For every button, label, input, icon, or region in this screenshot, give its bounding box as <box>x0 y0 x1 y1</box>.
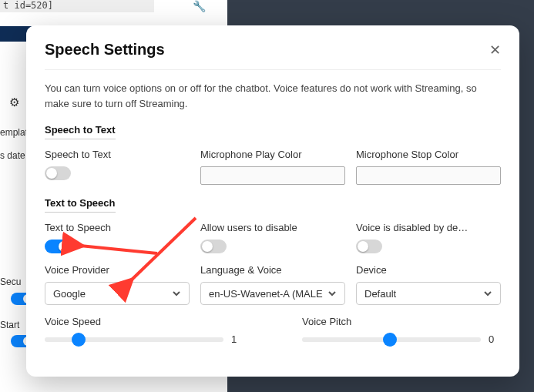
row-stt: Speech to Text Microphone Play Color Mic… <box>45 149 501 185</box>
row-tts-toggles: Text to Speech Allow users to disable Vo… <box>45 222 501 253</box>
field-voice-pitch: Voice Pitch 0 <box>302 316 501 345</box>
toggle-allow-disable[interactable] <box>200 240 227 253</box>
close-button[interactable]: ✕ <box>489 43 501 57</box>
slider-thumb-speed[interactable] <box>72 333 86 347</box>
input-mic-stop-color[interactable] <box>356 166 501 185</box>
field-text-to-speech: Text to Speech <box>45 222 190 253</box>
label-device: Device <box>356 264 501 276</box>
slider-voice-pitch[interactable] <box>302 337 481 342</box>
label-mic-stop-color: Microphone Stop Color <box>356 149 501 160</box>
field-voice-provider: Voice Provider Google <box>45 264 190 305</box>
value-voice-provider: Google <box>53 288 172 300</box>
input-mic-play-color[interactable] <box>200 166 345 185</box>
row-selects: Voice Provider Google Language & Voice e… <box>45 264 501 305</box>
toggle-voice-disabled[interactable] <box>356 240 382 253</box>
label-mic-play-color: Microphone Play Color <box>200 149 345 160</box>
select-language-voice[interactable]: en-US-Wavenet-A (MALE <box>200 282 345 305</box>
bg-label-templates: emplat <box>0 127 28 138</box>
field-allow-disable: Allow users to disable <box>200 222 345 253</box>
bg-label-start: Start <box>0 320 19 330</box>
close-icon: ✕ <box>489 42 501 58</box>
chevron-down-icon <box>483 289 492 298</box>
field-mic-play-color: Microphone Play Color <box>200 149 345 185</box>
label-allow-disable: Allow users to disable <box>200 222 345 233</box>
modal-title: Speech Settings <box>45 41 165 59</box>
label-voice-disabled: Voice is disabled by de… <box>356 222 501 233</box>
field-device: Device Default <box>356 264 501 305</box>
section-text-to-speech: Text to Speech <box>45 197 116 213</box>
bg-label-dates: s date <box>0 150 25 161</box>
row-sliders: Voice Speed 1 Voice Pitch 0 <box>45 316 501 345</box>
wrench-icon: 🔧 <box>193 0 206 12</box>
label-language-voice: Language & Voice <box>200 264 345 276</box>
label-speech-to-text: Speech to Text <box>45 149 190 160</box>
field-mic-stop-color: Microphone Stop Color <box>356 149 501 185</box>
value-device: Default <box>364 288 483 300</box>
field-language-voice: Language & Voice en-US-Wavenet-A (MALE <box>200 264 345 305</box>
chevron-down-icon <box>327 289 337 298</box>
label-voice-speed: Voice Speed <box>45 316 243 327</box>
bg-label-secu: Secu <box>0 276 21 287</box>
section-speech-to-text: Speech to Text <box>45 124 116 139</box>
speech-settings-modal: Speech Settings ✕ You can turn voice opt… <box>26 25 519 377</box>
bg-code-fragment: t id=520] <box>0 0 154 12</box>
toggle-speech-to-text[interactable] <box>45 166 71 180</box>
spacer <box>254 316 291 345</box>
slider-thumb-pitch[interactable] <box>383 333 397 347</box>
value-language-voice: en-US-Wavenet-A (MALE <box>209 288 327 300</box>
field-voice-disabled: Voice is disabled by de… <box>356 222 501 253</box>
label-voice-provider: Voice Provider <box>45 264 190 276</box>
modal-description: You can turn voice options on or off for… <box>45 81 501 112</box>
select-voice-provider[interactable]: Google <box>45 282 190 305</box>
field-speech-to-text: Speech to Text <box>45 149 190 185</box>
modal-header: Speech Settings ✕ <box>45 41 501 70</box>
chevron-down-icon <box>172 289 181 298</box>
select-device[interactable]: Default <box>356 282 501 305</box>
gear-icon: ⚙ <box>9 95 19 109</box>
label-voice-pitch: Voice Pitch <box>302 316 501 327</box>
toggle-text-to-speech[interactable] <box>45 240 71 253</box>
slider-wrap-pitch: 0 <box>302 333 501 345</box>
slider-wrap-speed: 1 <box>45 333 243 345</box>
field-voice-speed: Voice Speed 1 <box>45 316 243 345</box>
value-voice-pitch: 0 <box>489 333 501 345</box>
slider-voice-speed[interactable] <box>45 337 223 342</box>
value-voice-speed: 1 <box>231 333 243 345</box>
label-text-to-speech: Text to Speech <box>45 222 190 233</box>
